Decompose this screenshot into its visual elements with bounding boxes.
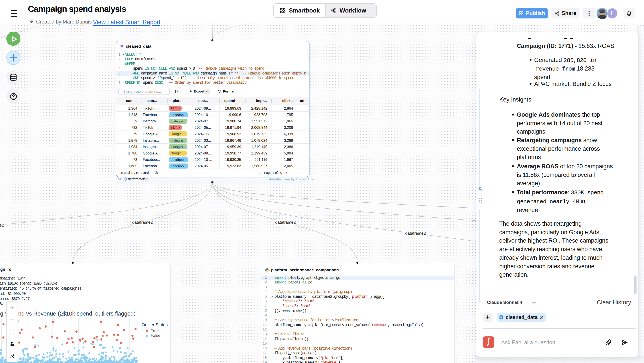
svg-text:SQL: SQL xyxy=(120,46,123,47)
svg-text:SQL: SQL xyxy=(500,317,503,319)
